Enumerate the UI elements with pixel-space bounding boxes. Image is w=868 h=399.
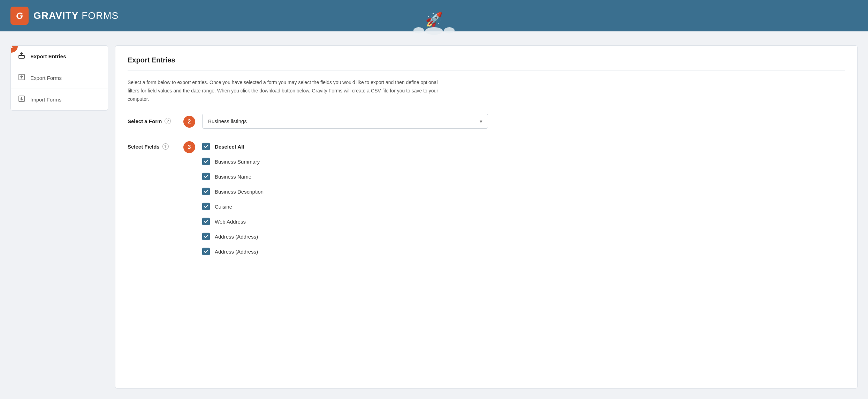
form-select-dropdown[interactable]: Business listings: [202, 114, 488, 129]
fields-list: Deselect All Business Summary: [202, 139, 264, 259]
checkbox-address-2[interactable]: [202, 248, 210, 255]
step-3-badge: 3: [183, 141, 195, 153]
sidebar-item-import-forms-label: Import Forms: [30, 97, 61, 103]
rocket-icon: 🚀: [425, 13, 443, 27]
cloud-center: [425, 27, 443, 35]
select-form-help-icon[interactable]: ?: [165, 118, 171, 124]
field-label-cuisine: Cuisine: [215, 204, 232, 210]
checkbox-web-address[interactable]: [202, 218, 210, 225]
field-row-address-1: Address (Address): [202, 229, 264, 244]
select-form-section: Select a Form ? 2 Business listings ▼: [128, 114, 845, 129]
field-row-deselect-all: Deselect All: [202, 139, 264, 154]
select-form-label: Select a Form ?: [128, 114, 176, 124]
checkbox-business-name[interactable]: [202, 173, 210, 180]
clouds: [413, 27, 455, 35]
content-area: Export Entries Select a form below to ex…: [115, 45, 858, 389]
field-label-deselect-all: Deselect All: [215, 144, 244, 150]
step3-area: 3 Deselect All Business Summ: [183, 139, 264, 259]
field-row-web-address: Web Address: [202, 214, 264, 229]
form-select-wrapper: Business listings ▼: [202, 114, 488, 129]
field-row-address-2: Address (Address): [202, 244, 264, 259]
step-2-badge: 2: [183, 116, 195, 128]
rocket-illustration: 🚀: [413, 13, 455, 35]
field-row-business-name: Business Name: [202, 169, 264, 184]
field-row-cuisine: Cuisine: [202, 199, 264, 214]
field-label-business-name: Business Name: [215, 174, 251, 180]
field-label-business-summary: Business Summary: [215, 159, 260, 165]
sidebar-item-export-forms[interactable]: Export Forms: [11, 67, 108, 89]
sidebar-item-export-entries-label: Export Entries: [30, 53, 66, 59]
logo-area: G GRAVITY FORMS: [10, 7, 119, 25]
field-label-web-address: Web Address: [215, 219, 246, 225]
select-fields-help-icon[interactable]: ?: [162, 143, 169, 150]
page-title: Export Entries: [128, 56, 845, 71]
field-row-business-description: Business Description: [202, 184, 264, 199]
sidebar-item-export-forms-label: Export Forms: [30, 75, 62, 81]
sidebar: 1 Export Entries Export Forms: [10, 45, 108, 111]
cloud-left: [413, 27, 424, 33]
description-text: Select a form below to export entries. O…: [128, 78, 441, 103]
export-forms-icon: [18, 74, 25, 82]
sidebar-item-import-forms[interactable]: Import Forms: [11, 89, 108, 110]
field-label-address-1: Address (Address): [215, 234, 258, 240]
import-forms-icon: [18, 95, 25, 104]
select-fields-label: Select Fields ?: [128, 139, 176, 150]
checkbox-business-description[interactable]: [202, 188, 210, 195]
select-fields-section: Select Fields ? 3 Deselect All: [128, 139, 845, 259]
header: G GRAVITY FORMS 🚀: [0, 0, 868, 31]
sidebar-item-export-entries[interactable]: Export Entries: [11, 46, 108, 67]
checkbox-deselect-all[interactable]: [202, 143, 210, 150]
checkbox-business-summary[interactable]: [202, 158, 210, 165]
checkbox-cuisine[interactable]: [202, 203, 210, 210]
checkbox-address-1[interactable]: [202, 233, 210, 240]
field-row-business-summary: Business Summary: [202, 154, 264, 169]
main-container: 1 Export Entries Export Forms: [0, 31, 868, 399]
logo-text: GRAVITY FORMS: [33, 10, 119, 21]
export-entries-icon: [18, 52, 25, 61]
field-label-business-description: Business Description: [215, 189, 264, 195]
cloud-right: [444, 27, 455, 33]
field-label-address-2: Address (Address): [215, 249, 258, 255]
logo-icon: G: [10, 7, 29, 25]
